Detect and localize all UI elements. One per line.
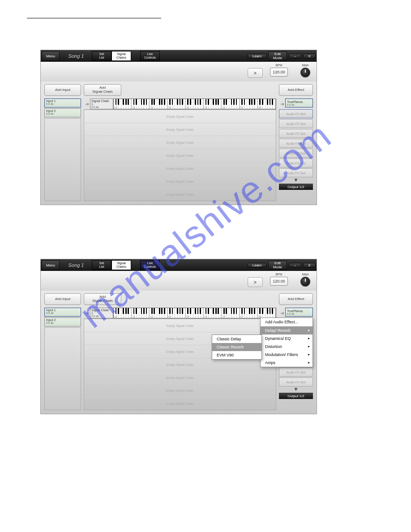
empty-chain-row[interactable]: Empty Signal Chain	[84, 149, 276, 162]
minimize-button[interactable]: –	[289, 54, 301, 59]
header-rule	[27, 18, 161, 18]
input-1-name: Input 1	[46, 99, 79, 103]
edit-mode-button[interactable]: Edit Mode	[268, 51, 287, 60]
body: Add Input Input 1 0.0 db Input 2 0.0 db …	[41, 82, 317, 205]
empty-chains: Empty Signal Chain Empty Signal Chain Em…	[84, 109, 276, 201]
play-button[interactable]: >	[248, 68, 263, 78]
add-signal-chain-button[interactable]: Add Signal Chain	[84, 84, 121, 96]
bpm-field[interactable]: 120.00	[270, 68, 288, 77]
empty-chain-row[interactable]: Empty Signal Chain	[84, 188, 276, 201]
ctx-sub-classic-delay[interactable]: Classic Delay	[212, 335, 261, 343]
fx-slot[interactable]: Audio FX Slot	[279, 168, 313, 177]
close-button[interactable]: X	[303, 263, 316, 268]
view-tabs: Set List Signal Chains	[92, 50, 131, 62]
input-2[interactable]: Input 2 0.0 db	[44, 108, 81, 117]
inputs-empty-area	[44, 118, 81, 201]
bpm-label: BPM	[270, 64, 288, 67]
tab-live-controls[interactable]: Live Controls	[140, 51, 160, 61]
input-1[interactable]: Input 1 0.0 db	[44, 308, 81, 317]
empty-chain-row[interactable]: Empty Signal Chain	[84, 384, 276, 397]
route-arrow-icon: ➔	[279, 308, 285, 318]
ctx-item-delay-reverb[interactable]: Delay/ Reverb▸	[261, 326, 313, 335]
ctx-item-dynamics-eq[interactable]: Dynamics/ EQ▸	[261, 335, 313, 343]
main-label: Main	[300, 64, 310, 67]
empty-chain-row[interactable]: Empty Signal Chain	[84, 110, 276, 123]
add-signal-chain-button[interactable]: Add Signal Chain	[84, 293, 121, 305]
empty-chain-row[interactable]: Empty Signal Chain	[84, 136, 276, 149]
route-arrow-icon: ➔	[84, 308, 90, 318]
empty-chain-row[interactable]: Empty Signal Chain	[84, 371, 276, 384]
add-input-button[interactable]: Add Input	[44, 293, 81, 305]
titlebar: Menu Song 1 Set List Signal Chains Live …	[41, 259, 317, 271]
empty-chain-row[interactable]: Empty Signal Chain	[84, 123, 276, 136]
tab-live-controls[interactable]: Live Controls	[140, 260, 160, 270]
route-arrow-icon: ➔	[279, 99, 285, 109]
bpm-field[interactable]: 120.00	[270, 277, 288, 286]
main-label: Main	[300, 273, 310, 276]
learn-button[interactable]: Learn	[248, 54, 266, 59]
tab-setlist[interactable]: Set List	[92, 51, 111, 61]
effect-truepianos[interactable]: TruePianos 0.0 db	[285, 308, 313, 317]
ctx-item-modulation-filters[interactable]: Modulation/ Filters▸	[261, 351, 313, 359]
ctx-item-distortion[interactable]: Distortion▸	[261, 343, 313, 351]
route-arrow-down-icon: ▼	[279, 387, 313, 392]
play-button[interactable]: >	[248, 277, 263, 287]
fx-slot[interactable]: Audio FX Slot	[279, 368, 313, 377]
context-submenu-delay-reverb: Classic Delay Classic Reverb EVM V90	[212, 335, 262, 360]
edit-mode-button[interactable]: Edit Mode	[268, 261, 287, 270]
menu-button[interactable]: Menu	[42, 51, 60, 61]
ctx-item-amps[interactable]: Amps▸	[261, 359, 313, 367]
output-bar[interactable]: Output 1/2	[279, 393, 313, 399]
keyboard-range[interactable]: C0 C1 C2 C3 C4 C5 C6 C7 C8	[113, 99, 276, 109]
empty-chain-row[interactable]: Empty Signal Chain	[84, 397, 276, 410]
bpm-label: BPM	[270, 273, 288, 276]
ctx-header: Add Audio Effect...	[261, 318, 313, 326]
empty-chain-row[interactable]: Empty Signal Chain	[84, 319, 276, 332]
fx-slot[interactable]: Audio FX Slot	[279, 139, 313, 148]
signal-chain-1[interactable]: Signal Chain 1. 0.0 db	[90, 99, 113, 109]
menu-button[interactable]: Menu	[42, 260, 60, 270]
effect-truepianos[interactable]: TruePianos 0.0 db	[285, 99, 313, 107]
empty-chain-row[interactable]: Empty Signal Chain	[84, 162, 276, 175]
fx-slot[interactable]: Audio FX Slot	[279, 378, 313, 386]
route-arrow-down-icon: ▼	[279, 178, 313, 183]
effect-level: 0.0 db	[287, 103, 295, 106]
add-effect-button[interactable]: Add Effect	[279, 84, 313, 96]
ctx-sub-evm-v90[interactable]: EVM V90	[212, 351, 261, 359]
empty-chain-row[interactable]: Empty Signal Chain	[84, 175, 276, 188]
input-2-name: Input 2	[46, 109, 79, 112]
fx-slot[interactable]: Audio FX Slot	[279, 119, 313, 128]
main-volume-knob[interactable]	[300, 277, 310, 287]
chain-level: 0.0 db	[91, 106, 112, 108]
ctx-sub-classic-reverb[interactable]: Classic Reverb	[212, 343, 261, 351]
main-volume-knob[interactable]	[300, 68, 310, 77]
tab-setlist[interactable]: Set List	[92, 260, 111, 270]
fx-slot[interactable]: Audio FX Slot	[279, 159, 313, 167]
add-effect-button[interactable]: Add Effect	[279, 293, 313, 305]
minimize-button[interactable]: –	[289, 263, 301, 268]
fx-slot[interactable]: Audio FX Slot	[279, 129, 313, 138]
empty-chain-row[interactable]: Empty Signal Chain	[84, 358, 276, 371]
add-input-button[interactable]: Add Input	[44, 84, 81, 96]
keyboard-range[interactable]: C0 C1 C2 C3 C4 C5 C6 C7 C8	[113, 308, 276, 318]
signal-chain-1[interactable]: Signal Chain 1. 0.0 db	[90, 308, 113, 318]
learn-button[interactable]: Learn	[248, 263, 266, 268]
submenu-caret-icon: ▸	[308, 352, 310, 356]
output-bar[interactable]: Output 1/2	[279, 184, 313, 190]
fx-slot-selected[interactable]: Audio FX Slot	[279, 109, 313, 118]
route-arrow-icon: ➔	[84, 99, 90, 109]
tab-signal-chains[interactable]: Signal Chains	[111, 260, 131, 270]
song-title: Song 1	[60, 259, 92, 271]
input-1-level: 0.0 db	[46, 103, 79, 105]
tab-signal-chains[interactable]: Signal Chains	[111, 51, 131, 61]
submenu-caret-icon: ▸	[308, 328, 310, 332]
app-window-1: Menu Song 1 Set List Signal Chains Live …	[40, 50, 317, 205]
close-button[interactable]: X	[303, 54, 316, 59]
input-1[interactable]: Input 1 0.0 db	[44, 99, 81, 107]
input-2-level: 0.0 db	[46, 112, 79, 115]
transport-bar: > BPM 120.00 Main	[41, 62, 317, 82]
submenu-caret-icon: ▸	[308, 344, 310, 348]
song-title: Song 1	[60, 50, 92, 62]
fx-slot[interactable]: Audio FX Slot	[279, 149, 313, 158]
input-2[interactable]: Input 2 0.0 db	[44, 317, 81, 326]
